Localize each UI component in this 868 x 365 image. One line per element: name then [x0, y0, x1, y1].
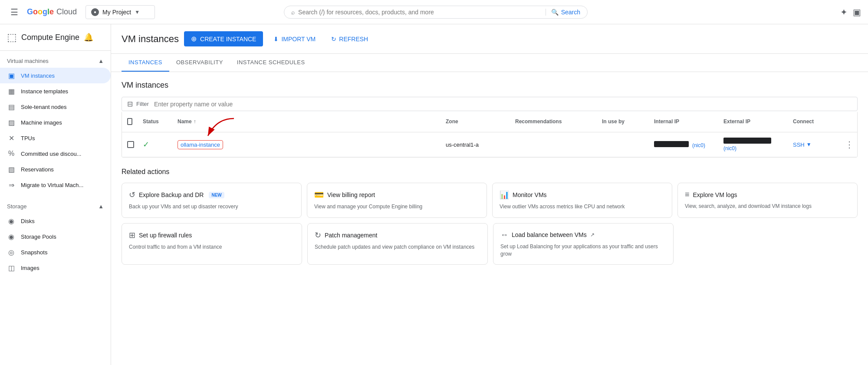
- explore-vm-logs-desc: View, search, analyze, and download VM i…: [685, 203, 850, 210]
- storage-pools-icon: ◉: [7, 232, 16, 241]
- select-all-checkbox[interactable]: [127, 118, 132, 125]
- row-connect: SSH ▼: [788, 138, 840, 151]
- project-name: My Project: [102, 9, 131, 16]
- sidebar-storage-section: Storage ▲ ◉ Disks ◉ Storage Pools ◎ Snap…: [0, 196, 111, 279]
- sidebar-title: Compute Engine: [21, 33, 79, 42]
- th-status[interactable]: Status: [138, 115, 172, 128]
- vm-instances-label: VM instances: [21, 72, 55, 79]
- images-label: Images: [21, 265, 39, 271]
- project-dropdown-icon: ▼: [135, 9, 140, 15]
- table-row: ✓ ollama-instance: [122, 132, 857, 157]
- view-billing-title: View billing report: [327, 191, 375, 198]
- patch-management-desc: Schedule patch updates and view patch co…: [315, 243, 480, 251]
- external-nic-link[interactable]: (nic0): [723, 145, 736, 151]
- th-recommendations[interactable]: Recommendations: [510, 115, 597, 128]
- create-instance-icon: ⊕: [191, 35, 197, 43]
- sidebar-item-committed-use[interactable]: % Committed use discou...: [0, 146, 111, 161]
- row-in-use-by: [597, 141, 649, 148]
- ssh-button[interactable]: SSH ▼: [793, 141, 835, 148]
- th-internal-ip[interactable]: Internal IP: [649, 115, 718, 128]
- explore-vm-logs-title: Explore VM logs: [693, 191, 737, 198]
- section-collapse-icon: ▲: [98, 58, 104, 64]
- sidebar-virtual-machines-section: Virtual machines ▲ ▣ VM instances ▦ Inst…: [0, 51, 111, 196]
- notification-bell-icon[interactable]: 🔔: [84, 33, 93, 42]
- ssh-dropdown-icon[interactable]: ▼: [806, 141, 812, 148]
- sidebar: ⬚ Compute Engine 🔔 Virtual machines ▲ ▣ …: [0, 24, 111, 365]
- search-input[interactable]: [298, 9, 542, 16]
- th-connect[interactable]: Connect: [788, 115, 840, 128]
- refresh-icon: ↻: [331, 36, 336, 43]
- sidebar-item-disks[interactable]: ◉ Disks: [0, 213, 111, 229]
- terminal-icon[interactable]: ▣: [853, 7, 861, 17]
- import-vm-button[interactable]: ⬇ IMPORT VM: [268, 32, 321, 46]
- reservations-icon: ▧: [7, 165, 16, 174]
- th-checkbox: [122, 115, 138, 128]
- related-actions-row2: ⊞ Set up firewall rules Control traffic …: [122, 223, 674, 265]
- snapshots-icon: ◎: [7, 248, 16, 256]
- sidebar-item-tpus[interactable]: ✕ TPUs: [0, 130, 111, 146]
- monitor-vms-title: Monitor VMs: [513, 191, 547, 198]
- action-card-header: 📊 Monitor VMs: [500, 190, 665, 200]
- tpus-label: TPUs: [21, 135, 35, 141]
- row-select-checkbox[interactable]: [127, 141, 134, 148]
- action-card-monitor-vms[interactable]: 📊 Monitor VMs View outlier VMs across me…: [492, 183, 672, 218]
- search-button-label: Search: [561, 9, 580, 16]
- action-card-header: ≡ Explore VM logs: [685, 190, 850, 199]
- filter-input[interactable]: [154, 101, 852, 108]
- snapshots-label: Snapshots: [21, 249, 47, 256]
- th-in-use-by[interactable]: In use by: [597, 115, 649, 128]
- search-button[interactable]: 🔍 Search: [546, 9, 580, 16]
- sidebar-item-images[interactable]: ◫ Images: [0, 260, 111, 276]
- create-instance-button[interactable]: ⊕ CREATE INSTANCE: [184, 31, 263, 46]
- action-card-explore-backup[interactable]: ↺ Explore Backup and DR NEW Back up your…: [122, 183, 302, 218]
- instances-table: Status Name ↑ Zone Recommendations In us…: [122, 111, 858, 158]
- action-card-explore-vm-logs[interactable]: ≡ Explore VM logs View, search, analyze,…: [677, 183, 858, 218]
- sidebar-item-storage-pools[interactable]: ◉ Storage Pools: [0, 229, 111, 244]
- storage-pools-label: Storage Pools: [21, 233, 56, 240]
- row-name: ollama-instance: [172, 137, 441, 153]
- hamburger-icon[interactable]: ☰: [7, 3, 22, 21]
- table-header-row: Status Name ↑ Zone Recommendations In us…: [122, 111, 857, 132]
- instance-name-link[interactable]: ollama-instance: [178, 140, 223, 149]
- refresh-label: REFRESH: [339, 36, 368, 43]
- th-name[interactable]: Name ↑: [172, 115, 441, 128]
- sole-tenant-label: Sole-tenant nodes: [21, 104, 67, 110]
- backup-icon: ↺: [129, 190, 135, 200]
- filter-icon: ⊟: [127, 100, 133, 108]
- import-icon: ⬇: [273, 36, 279, 43]
- row-external-ip: (nic0): [718, 134, 788, 155]
- action-card-load-balance[interactable]: ↔ Load balance between VMs ↗ Set up Load…: [493, 223, 674, 265]
- sidebar-item-migrate[interactable]: ⇒ Migrate to Virtual Mach...: [0, 177, 111, 193]
- sidebar-item-instance-templates[interactable]: ▦ Instance templates: [0, 83, 111, 99]
- sidebar-item-sole-tenant-nodes[interactable]: ▤ Sole-tenant nodes: [0, 99, 111, 115]
- storage-section-header[interactable]: Storage ▲: [0, 200, 111, 213]
- th-external-ip[interactable]: External IP: [718, 115, 788, 128]
- internal-nic-link[interactable]: (nic0): [692, 142, 705, 148]
- refresh-button[interactable]: ↻ REFRESH: [326, 32, 373, 46]
- sidebar-item-reservations[interactable]: ▧ Reservations: [0, 161, 111, 177]
- tab-observability[interactable]: OBSERVABILITY: [169, 54, 230, 72]
- sidebar-item-machine-images[interactable]: ▨ Machine images: [0, 115, 111, 130]
- project-selector[interactable]: ● My Project ▼: [85, 5, 155, 19]
- virtual-machines-section-header[interactable]: Virtual machines ▲: [0, 54, 111, 68]
- logs-icon: ≡: [685, 190, 690, 199]
- disks-icon: ◉: [7, 217, 16, 225]
- more-actions-icon[interactable]: ⋮: [845, 140, 854, 149]
- new-badge: NEW: [209, 192, 224, 198]
- action-card-view-billing[interactable]: 💳 View billing report View and manage yo…: [307, 183, 487, 218]
- main-layout: ⬚ Compute Engine 🔔 Virtual machines ▲ ▣ …: [0, 24, 868, 365]
- sidebar-item-snapshots[interactable]: ◎ Snapshots: [0, 244, 111, 260]
- gem-icon[interactable]: ✦: [840, 7, 848, 17]
- status-green-icon: ✓: [143, 140, 149, 149]
- action-card-patch-management[interactable]: ↻ Patch management Schedule patch update…: [307, 223, 488, 265]
- th-zone[interactable]: Zone: [441, 115, 510, 128]
- storage-label: Storage: [7, 203, 27, 210]
- content-body: VM instances ⊟ Filter Status Name: [111, 72, 868, 365]
- firewall-rules-title: Set up firewall rules: [139, 232, 192, 239]
- tab-instances[interactable]: INSTANCES: [122, 54, 169, 72]
- action-card-firewall-rules[interactable]: ⊞ Set up firewall rules Control traffic …: [122, 223, 302, 265]
- sidebar-item-vm-instances[interactable]: ▣ VM instances: [0, 68, 111, 83]
- tab-instance-schedules[interactable]: INSTANCE SCHEDULES: [230, 54, 312, 72]
- project-dot-icon: ●: [91, 8, 99, 16]
- import-vm-label: IMPORT VM: [281, 36, 316, 43]
